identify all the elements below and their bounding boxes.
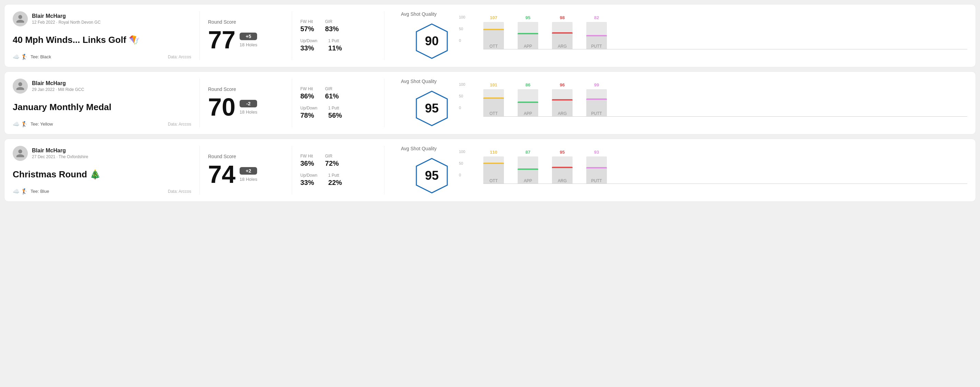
data-source: Data: Arccos bbox=[168, 189, 191, 194]
bar-x-label: APP bbox=[518, 111, 538, 116]
score-label: Round Score bbox=[208, 19, 283, 25]
quality-section: Avg Shot Quality 90 bbox=[401, 11, 463, 60]
stat-one-putt: 1 Putt11% bbox=[328, 38, 342, 52]
bar-top-value: 99 bbox=[594, 82, 599, 87]
bar-colored-top bbox=[586, 35, 607, 36]
bar-group-arg: 96ARG bbox=[552, 89, 573, 117]
bar-top-value: 96 bbox=[560, 82, 565, 87]
bar-group-app: 86APP bbox=[518, 89, 538, 117]
score-detail: +518 Holes bbox=[240, 33, 257, 48]
tee-label: Tee: Blue bbox=[30, 189, 49, 194]
player-header: Blair McHarg27 Dec 2021 · The Oxfordshir… bbox=[13, 146, 191, 161]
y-label: 100 bbox=[459, 82, 465, 86]
round-card: Blair McHarg12 Feb 2022 · Royal North De… bbox=[4, 4, 976, 67]
stat-gir: GIR61% bbox=[325, 86, 339, 100]
stats-row-top: FW Hit36%GIR72% bbox=[300, 154, 376, 167]
y-label: 50 bbox=[459, 94, 465, 98]
y-label: 50 bbox=[459, 161, 465, 165]
hexagon-container: 90 bbox=[401, 22, 463, 60]
bar-group-ott: 107OTT bbox=[483, 22, 504, 49]
chart-y-labels: 100500 bbox=[459, 15, 465, 43]
stat-up-down-label: Up/Down bbox=[300, 38, 317, 43]
round-title[interactable]: 40 Mph Winds... Links Golf 🪁 bbox=[13, 35, 191, 45]
bar-colored-top bbox=[552, 99, 573, 100]
chart-section: 100500101OTT86APP96ARG99PUTT bbox=[471, 79, 967, 127]
hexagon: 90 bbox=[413, 22, 451, 60]
wind-icon: 🏌️ bbox=[21, 54, 28, 60]
bar-x-label: OTT bbox=[483, 178, 504, 183]
avatar bbox=[13, 146, 28, 161]
bar-colored-top bbox=[518, 102, 538, 103]
bar-top-value: 107 bbox=[490, 15, 497, 20]
stat-one-putt: 1 Putt56% bbox=[328, 106, 342, 119]
holes-label: 18 Holes bbox=[240, 109, 257, 114]
tee-info: ☁️ 🏌️ Tee: Yellow bbox=[13, 121, 53, 127]
score-section: Round Score77+518 Holes bbox=[208, 11, 283, 60]
score-detail: -218 Holes bbox=[240, 100, 257, 114]
divider bbox=[292, 11, 292, 60]
weather-icon: ☁️ bbox=[13, 188, 19, 195]
bar-x-label: ARG bbox=[552, 111, 573, 116]
bar-colored-top bbox=[552, 32, 573, 33]
y-label: 100 bbox=[459, 15, 465, 19]
stat-up-down-value: 78% bbox=[300, 111, 317, 119]
data-source: Data: Arccos bbox=[168, 54, 191, 59]
bar-group-app: 87APP bbox=[518, 157, 538, 184]
quality-value: 90 bbox=[425, 34, 439, 48]
score-row: 77+518 Holes bbox=[208, 27, 283, 52]
round-title[interactable]: January Monthly Medal bbox=[13, 102, 191, 113]
bar-colored-top bbox=[483, 29, 504, 30]
quality-value: 95 bbox=[425, 101, 439, 116]
stat-gir-value: 83% bbox=[325, 25, 339, 33]
stat-one-putt-value: 11% bbox=[328, 44, 342, 52]
bar-colored-top bbox=[483, 97, 504, 99]
stats-section: FW Hit86%GIR61%Up/Down78%1 Putt56% bbox=[300, 79, 376, 127]
score-badge: +2 bbox=[240, 167, 257, 174]
player-name: Blair McHarg bbox=[32, 80, 84, 86]
stat-gir-label: GIR bbox=[325, 19, 339, 24]
score-row: 74+218 Holes bbox=[208, 162, 283, 187]
divider bbox=[199, 79, 200, 127]
stat-up-down-label: Up/Down bbox=[300, 173, 317, 178]
divider bbox=[292, 146, 292, 195]
bar-x-label: PUTT bbox=[586, 178, 607, 183]
card-footer: ☁️ 🏌️ Tee: BlueData: Arccos bbox=[13, 188, 191, 195]
player-info: Blair McHarg29 Jan 2022 · Mill Ride GCC bbox=[32, 80, 84, 92]
bar-x-label: APP bbox=[518, 44, 538, 49]
hexagon: 95 bbox=[413, 90, 451, 127]
chart-outer: 100500107OTT95APP98ARG82PUTT bbox=[471, 15, 967, 56]
bar-group-putt: 82PUTT bbox=[586, 22, 607, 49]
bar-x-label: PUTT bbox=[586, 44, 607, 49]
round-title[interactable]: Christmas Round 🎄 bbox=[13, 169, 191, 180]
score-label: Round Score bbox=[208, 86, 283, 92]
bar-colored-top bbox=[518, 33, 538, 34]
stat-up-down-label: Up/Down bbox=[300, 106, 317, 111]
bar-top-value: 101 bbox=[490, 82, 497, 87]
stat-gir-value: 72% bbox=[325, 160, 339, 167]
avatar bbox=[13, 79, 28, 94]
bar-group-arg: 98ARG bbox=[552, 22, 573, 49]
avatar bbox=[13, 11, 28, 26]
quality-section: Avg Shot Quality 95 bbox=[401, 79, 463, 127]
stat-fw-hit-value: 86% bbox=[300, 92, 314, 100]
stat-gir-label: GIR bbox=[325, 86, 339, 91]
card-footer: ☁️ 🏌️ Tee: BlackData: Arccos bbox=[13, 54, 191, 60]
chart-section: 100500107OTT95APP98ARG82PUTT bbox=[471, 11, 967, 60]
stats-row-bottom: Up/Down33%1 Putt22% bbox=[300, 173, 376, 187]
weather-icon: ☁️ bbox=[13, 54, 19, 60]
bar-top-value: 95 bbox=[525, 15, 530, 20]
player-header: Blair McHarg12 Feb 2022 · Royal North De… bbox=[13, 11, 191, 26]
y-label: 100 bbox=[459, 149, 465, 154]
hexagon-container: 95 bbox=[401, 157, 463, 195]
divider bbox=[384, 146, 385, 195]
bar-group-putt: 93PUTT bbox=[586, 157, 607, 184]
holes-label: 18 Holes bbox=[240, 42, 257, 48]
player-meta: 29 Jan 2022 · Mill Ride GCC bbox=[32, 87, 84, 92]
y-label: 0 bbox=[459, 173, 465, 177]
score-section: Round Score70-218 Holes bbox=[208, 79, 283, 127]
stats-section: FW Hit57%GIR83%Up/Down33%1 Putt11% bbox=[300, 11, 376, 60]
player-info: Blair McHarg27 Dec 2021 · The Oxfordshir… bbox=[32, 148, 88, 159]
stat-one-putt-label: 1 Putt bbox=[328, 173, 342, 178]
stat-fw-hit: FW Hit36% bbox=[300, 154, 314, 167]
stat-fw-hit: FW Hit57% bbox=[300, 19, 314, 33]
